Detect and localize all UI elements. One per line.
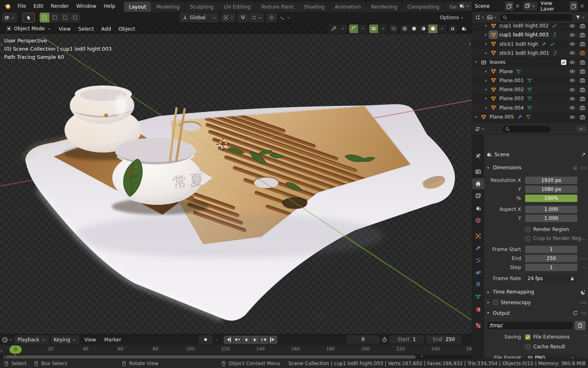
workspace-tab-shading[interactable]: Shading: [299, 2, 330, 12]
scene-unlink-button[interactable]: [513, 3, 522, 9]
extras-decorator[interactable]: ···: [582, 265, 587, 270]
workspace-tab-geometry-nodes[interactable]: Geometry Nodes: [445, 2, 457, 12]
properties-search-input[interactable]: [501, 125, 551, 133]
3d-viewport[interactable]: 常夏 Object Mode ViewSelectAddObject: [0, 23, 472, 334]
editor-type-button[interactable]: [2, 13, 17, 22]
properties-tab-scene[interactable]: [472, 203, 484, 214]
file-browse-button[interactable]: [575, 321, 586, 330]
disclosure-triangle-icon[interactable]: [484, 70, 488, 74]
properties-tab-view-layer[interactable]: [472, 190, 484, 201]
properties-options-dropdown[interactable]: [577, 126, 586, 132]
mode-dropdown[interactable]: Object Mode: [3, 25, 54, 33]
outliner-row-plane-005[interactable]: Plane.005: [472, 112, 588, 121]
sidebar-expand-arrow[interactable]: ‹: [468, 40, 471, 47]
scene-name-field[interactable]: Scene: [472, 2, 505, 11]
disclosure-triangle-icon[interactable]: [484, 96, 488, 101]
resolution-percent-slider[interactable]: 100%: [525, 195, 577, 202]
current-frame-field[interactable]: 0: [346, 335, 380, 343]
workspace-tab-layout[interactable]: Layout: [124, 2, 151, 12]
keying-set-dropdown[interactable]: [214, 337, 219, 342]
panel-grip[interactable]: [581, 301, 586, 304]
play-reverse-button[interactable]: [242, 336, 250, 344]
panel-grip[interactable]: [581, 312, 586, 314]
disclosure-triangle-icon[interactable]: [484, 33, 488, 37]
render-region-checkbox[interactable]: [525, 227, 530, 232]
outliner-display-mode-dropdown[interactable]: [474, 14, 485, 20]
overlays-dropdown[interactable]: [379, 25, 387, 33]
outliner-row-leaves[interactable]: leaves: [472, 58, 588, 67]
disclosure-triangle-icon[interactable]: [484, 106, 488, 110]
view-layer-remove-button[interactable]: [578, 3, 586, 9]
outliner-search-input[interactable]: [499, 13, 573, 22]
time-remapping-panel-header[interactable]: Time Remapping: [484, 287, 588, 297]
hide-in-viewport-icon[interactable]: [569, 50, 575, 56]
properties-tab-physics[interactable]: [472, 267, 484, 278]
stereoscopy-panel-header[interactable]: Stereoscopy: [484, 297, 588, 307]
disable-in-renders-icon[interactable]: [579, 105, 586, 111]
show-gizmo-toggle[interactable]: [349, 25, 358, 33]
pause-render-button[interactable]: [448, 25, 457, 33]
snap-settings-dropdown[interactable]: [249, 13, 264, 22]
lock-icon[interactable]: [570, 276, 575, 281]
options-dropdown[interactable]: Options: [437, 13, 467, 22]
properties-tab-data[interactable]: [472, 291, 484, 302]
properties-tab-render[interactable]: [472, 166, 484, 177]
auto-keying-button[interactable]: [199, 335, 213, 344]
file-extensions-checkbox[interactable]: [525, 334, 530, 340]
properties-tab-modifiers[interactable]: [472, 242, 484, 254]
show-overlays-toggle[interactable]: [369, 25, 378, 33]
gizmo-options-dropdown[interactable]: [359, 25, 367, 33]
outliner-row-stick1-lod0-high[interactable]: stick1 lod0 high: [472, 40, 588, 49]
shading-solid-button[interactable]: [410, 25, 419, 33]
disable-in-renders-icon[interactable]: [579, 114, 586, 120]
timeline-editor-type-button[interactable]: [2, 337, 13, 343]
dimensions-panel-header[interactable]: Dimensions: [484, 163, 588, 173]
frame-step-field[interactable]: 1: [525, 264, 577, 271]
viewport-menu-object[interactable]: Object: [115, 26, 139, 32]
frame-end-field[interactable]: End250: [426, 335, 462, 343]
toolbar-expand-arrow[interactable]: ›: [0, 41, 3, 48]
crop-to-render-region-checkbox[interactable]: [525, 236, 530, 241]
menu-file[interactable]: File: [14, 0, 30, 12]
disable-in-renders-icon[interactable]: [579, 32, 586, 38]
stereoscopy-checkbox[interactable]: [493, 300, 498, 305]
hide-in-viewport-icon[interactable]: [569, 114, 575, 120]
timeline-menu-marker[interactable]: Marker: [101, 337, 124, 343]
viewport-menu-select[interactable]: Select: [74, 26, 98, 32]
menu-edit[interactable]: Edit: [30, 0, 47, 12]
outliner-row-cup1-lod0-hight-003[interactable]: cup1 lod0 hight.003: [472, 30, 588, 39]
shading-dropdown[interactable]: [438, 25, 446, 33]
shading-material-button[interactable]: [419, 25, 428, 33]
properties-tab-material[interactable]: [472, 304, 484, 315]
frame-end-field[interactable]: 250: [525, 255, 577, 262]
shading-wireframe-button[interactable]: [400, 25, 409, 33]
disable-in-renders-icon[interactable]: [579, 96, 586, 102]
timeline-ruler[interactable]: 20406080100120140160180200220240260 0: [0, 345, 472, 355]
next-keyframe-button[interactable]: [260, 336, 268, 344]
hide-in-viewport-icon[interactable]: [569, 41, 575, 47]
properties-tab-constraints[interactable]: [472, 279, 484, 290]
hide-in-viewport-icon[interactable]: [569, 96, 575, 102]
timeline-menu-keying[interactable]: Keying: [51, 335, 80, 344]
viewport-menu-add[interactable]: Add: [98, 26, 115, 32]
properties-tab-tool[interactable]: [472, 150, 484, 161]
disable-in-renders-icon[interactable]: [579, 41, 586, 47]
timeline-expand-arrow[interactable]: ›: [0, 348, 3, 354]
blender-logo-icon[interactable]: [3, 2, 11, 10]
disable-in-renders-icon[interactable]: [579, 77, 586, 83]
presets-icon[interactable]: [572, 165, 577, 171]
toggle-xray-button[interactable]: [389, 25, 398, 33]
outliner-row-plane-003[interactable]: Plane.003: [472, 94, 588, 103]
outliner-row-plane-002[interactable]: Plane.002: [472, 85, 588, 94]
outliner-row-plane-004[interactable]: Plane.004: [472, 103, 588, 112]
disclosure-triangle-icon[interactable]: [474, 60, 478, 64]
select-mode-set-button[interactable]: [40, 13, 49, 22]
disclosure-triangle-icon[interactable]: [484, 88, 488, 92]
workspace-tab-texture-paint[interactable]: Texture Paint: [256, 2, 298, 12]
active-tool-select-button[interactable]: [22, 13, 35, 22]
disable-in-renders-icon[interactable]: [579, 87, 586, 93]
pivot-point-dropdown[interactable]: [221, 13, 236, 22]
outliner-filter-image-dropdown[interactable]: [487, 14, 497, 20]
pin-icon[interactable]: [581, 152, 586, 157]
output-panel-header[interactable]: Output: [484, 308, 588, 318]
